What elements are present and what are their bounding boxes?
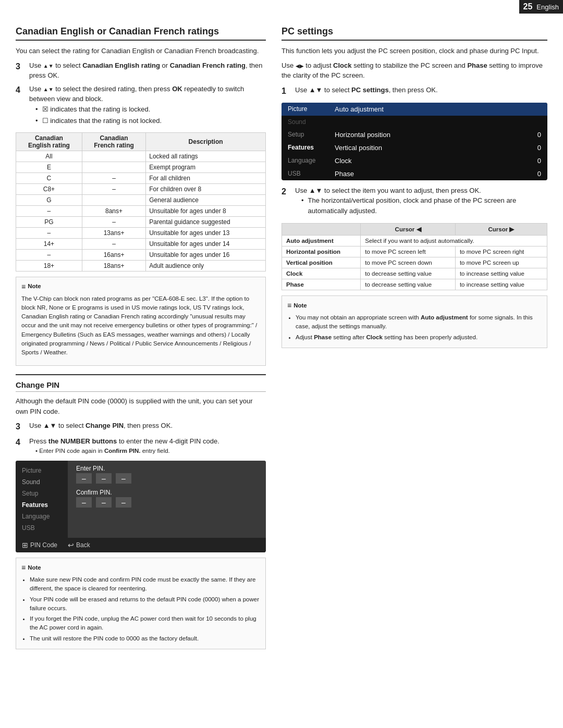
pin-menu: Picture Sound Setup Features Language US… (16, 461, 266, 552)
section-separator (16, 374, 266, 375)
enter-pin-section: Enter PIN. – – – (76, 465, 258, 484)
pc-menu-num-3: 0 (531, 144, 541, 152)
ratings-cell-5-0: – (16, 205, 82, 216)
menu-usb: USB (22, 522, 62, 534)
pc-menu-row-5: USBPhase0 (282, 167, 547, 180)
ratings-cell-6-0: PG (16, 216, 82, 227)
left-column: Canadian English or Canadian French rati… (16, 26, 266, 655)
pc-step2-bullet: The horizontal/vertical position, clock … (301, 195, 547, 216)
pin-note: ≡ Note Make sure new PIN code and confir… (16, 558, 266, 649)
step3-bold1: Canadian English rating (82, 61, 160, 69)
col-header-desc: Description (146, 132, 266, 151)
pc-adj-c2-4: to decrease setting value (361, 279, 456, 290)
pin-sub-note: • Enter PIN code again in Confirm PIN. e… (29, 447, 266, 455)
col-header-french: CanadianFrench rating (82, 132, 145, 151)
ratings-cell-8-0: 14+ (16, 238, 82, 249)
pc-menu-value-0: Auto adjustment (335, 105, 541, 113)
pc-table-cursor-right: Cursor ▶ (455, 224, 547, 236)
confirm-pin-dashes: – – – (76, 497, 258, 508)
pc-adj-label-2: Vertical position (282, 257, 361, 268)
pc-adj-label-0: Auto adjustment (282, 236, 361, 246)
change-pin-intro: Although the default PIN code (0000) is … (16, 396, 266, 416)
pc-step-2: Use ▲▼ to select the item you want to ad… (295, 186, 547, 219)
enter-pin-dashes: – – – (76, 473, 258, 484)
pc-menu-label-1: Sound (288, 118, 329, 126)
pc-intro: This function lets you adjust the PC scr… (282, 46, 547, 56)
pin-footer: ⊞ PIN Code ↩ Back (16, 538, 266, 552)
ratings-cell-1-0: E (16, 162, 82, 172)
pc-adj-row-0: Auto adjustmentSelect if you want to adj… (282, 236, 547, 246)
pin-container: Picture Sound Setup Features Language US… (16, 461, 266, 538)
pin-note-icon: ≡ (21, 562, 26, 573)
pc-adj-c2-0: Select if you want to adjust automatical… (361, 236, 547, 246)
pc-adj-c3-4: to increase setting value (455, 279, 547, 290)
pc-adj-c3-2: to move PC screen up (455, 257, 547, 268)
pc-table-col1 (282, 224, 361, 236)
ratings-cell-4-1 (82, 194, 145, 205)
pin-note-list: Make sure new PIN code and confirm PIN c… (21, 575, 260, 643)
pc-menu-value-4: Clock (335, 157, 525, 165)
ratings-cell-9-1: 16ans+ (82, 249, 145, 260)
pc-adj-c3-3: to increase setting value (455, 268, 547, 279)
confirm-dash-2: – (96, 497, 112, 508)
ratings-cell-0-1 (82, 151, 145, 162)
pc-clock-note: Use to adjust Clock setting to stabilize… (282, 60, 547, 81)
pc-menu-num-4: 0 (531, 157, 541, 165)
pin-note-header: ≡ Note (21, 562, 260, 573)
ratings-cell-1-2: Exempt program (146, 162, 266, 172)
pc-note-item-1: Adjust Phase setting after Clock setting… (296, 333, 542, 342)
pc-step2-list: 2 Use ▲▼ to select the item you want to … (282, 186, 547, 219)
left-arrow-icon (296, 61, 300, 69)
menu-setup: Setup (22, 488, 62, 499)
ratings-note-text: The V-Chip can block non rated programs … (21, 294, 260, 357)
pin-note-item-1: Your PIN code will be erased and returns… (30, 595, 260, 613)
pin-note-item-0: Make sure new PIN code and confirm PIN c… (30, 575, 260, 594)
pin-note-item-2: If you forget the PIN code, unplug the A… (30, 614, 260, 633)
enter-pin-label: Enter PIN. (76, 465, 258, 472)
col-header-english: CanadianEnglish rating (16, 132, 82, 151)
pc-adj-label-4: Phase (282, 279, 361, 290)
pc-step-1-num: 1 (282, 85, 291, 97)
pc-note-icon: ≡ (287, 300, 291, 311)
pc-adj-label-1: Horizontal position (282, 246, 361, 257)
pc-adj-c3-1: to move PC screen right (455, 246, 547, 257)
ratings-cell-9-0: – (16, 249, 82, 260)
pc-adj-row-4: Phaseto decrease setting valueto increas… (282, 279, 547, 290)
locked-bullets: ☒ indicates that the rating is locked. ☐… (29, 104, 266, 126)
ratings-cell-5-1: 8ans+ (82, 205, 145, 216)
ratings-cell-6-1: – (82, 216, 145, 227)
step-3-content: Use to select Canadian English rating or… (29, 60, 266, 81)
ratings-cell-5-2: Unsuitable for ages under 8 (146, 205, 266, 216)
pc-adj-table: Cursor ◀ Cursor ▶ Auto adjustmentSelect … (282, 223, 547, 290)
pin-steps: 3 Use ▲▼ to select Change PIN, then pres… (16, 421, 266, 455)
ratings-cell-4-0: G (16, 194, 82, 205)
pin-dash-2: – (96, 473, 112, 484)
pc-adj-row-3: Clockto decrease setting valueto increas… (282, 268, 547, 279)
up-icon (43, 61, 48, 69)
ratings-note: ≡ Note The V-Chip can block non rated pr… (16, 277, 266, 366)
canadian-ratings-intro: You can select the rating for Canadian E… (16, 46, 266, 56)
pc-table-cursor-left: Cursor ◀ (361, 224, 456, 236)
canadian-ratings-title: Canadian English or Canadian French rati… (16, 26, 266, 41)
right-arrow-icon (300, 61, 304, 69)
step3-bold2: Canadian French rating (170, 61, 246, 69)
ratings-cell-0-2: Locked all ratings (146, 151, 266, 162)
pc-menu-row-3: FeaturesVertical position0 (282, 141, 547, 154)
pc-menu-row-2: SetupHorizontal position0 (282, 128, 547, 141)
pin-step-3-num: 3 (16, 421, 25, 433)
back-item: ↩ Back (68, 541, 90, 549)
page-number: 25 (523, 2, 533, 11)
ratings-note-header: ≡ Note (21, 281, 260, 292)
step-list-ratings: 3 Use to select Canadian English rating … (16, 60, 266, 129)
pc-tv-menu: PictureAuto adjustmentSoundSetupHorizont… (282, 103, 547, 180)
pc-menu-value-5: Phase (335, 170, 525, 178)
pc-step2-bullets: The horizontal/vertical position, clock … (295, 195, 547, 216)
down-icon-2 (48, 85, 54, 93)
ratings-cell-8-2: Unsuitable for ages under 14 (146, 238, 266, 249)
language-label: English (536, 3, 559, 11)
back-icon: ↩ (68, 541, 74, 549)
pc-menu-row-4: LanguageClock0 (282, 154, 547, 167)
pc-menu-num-5: 0 (531, 170, 541, 178)
confirm-pin-section: Confirm PIN. – – – (76, 489, 258, 508)
ratings-cell-3-0: C8+ (16, 183, 82, 194)
